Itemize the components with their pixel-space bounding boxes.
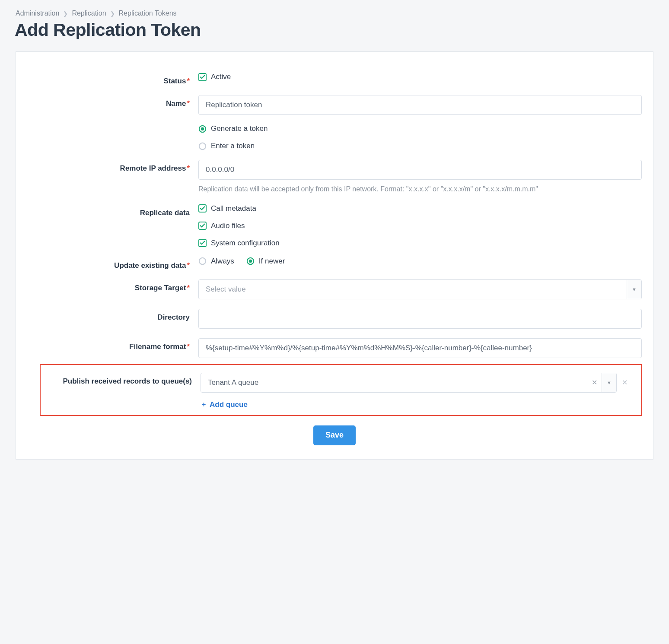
replicate-item-label: Audio files: [211, 222, 245, 230]
directory-label: Directory: [27, 309, 198, 322]
update-always-radio[interactable]: Always: [198, 257, 234, 266]
queue-select[interactable]: Tenant A queue ✕ ▼: [201, 373, 617, 393]
filename-format-label: Filename format*: [27, 338, 198, 351]
update-ifnewer-label: If newer: [259, 257, 285, 266]
chevron-down-icon[interactable]: ▼: [627, 280, 641, 299]
generate-token-label: Generate a token: [211, 124, 268, 133]
filename-format-input[interactable]: [198, 338, 642, 358]
publish-queues-highlight: Publish received records to queue(s) Ten…: [40, 364, 642, 416]
add-queue-label: Add queue: [210, 400, 248, 409]
replicate-audio-files-checkbox[interactable]: Audio files: [198, 222, 642, 230]
add-queue-button[interactable]: ＋ Add queue: [201, 400, 248, 409]
breadcrumb-item-administration[interactable]: Administration: [16, 10, 59, 17]
publish-queues-label: Publish received records to queue(s): [41, 373, 201, 386]
replicate-data-label: Replicate data: [27, 204, 198, 217]
remove-queue-icon[interactable]: ✕: [622, 378, 630, 387]
update-existing-label: Update existing data*: [27, 257, 198, 270]
replicate-call-metadata-checkbox[interactable]: Call metadata: [198, 204, 642, 213]
page-title: Add Replication Token: [15, 20, 653, 40]
clear-icon[interactable]: ✕: [587, 378, 602, 387]
breadcrumb-item-replication-tokens[interactable]: Replication Tokens: [119, 10, 177, 17]
replicate-system-config-checkbox[interactable]: System configuration: [198, 239, 642, 247]
storage-target-select[interactable]: Select value ▼: [198, 279, 642, 299]
svg-point-2: [201, 127, 204, 130]
replicate-item-label: System configuration: [211, 239, 280, 247]
name-input[interactable]: [198, 95, 642, 115]
storage-target-placeholder: Select value: [199, 285, 627, 294]
queue-select-value: Tenant A queue: [201, 378, 587, 387]
name-label: Name*: [27, 95, 198, 108]
svg-point-3: [199, 143, 206, 149]
status-active-label: Active: [211, 73, 231, 81]
replicate-item-label: Call metadata: [211, 204, 256, 213]
radio-selected-icon: [246, 257, 255, 265]
status-active-checkbox[interactable]: Active: [198, 73, 231, 81]
storage-target-label: Storage Target*: [27, 279, 198, 292]
check-icon: [198, 73, 207, 81]
check-icon: [198, 239, 207, 247]
chevron-right-icon: ❯: [63, 10, 68, 17]
update-always-label: Always: [211, 257, 234, 266]
remote-ip-label: Remote IP address*: [27, 160, 198, 173]
check-icon: [198, 204, 207, 213]
update-ifnewer-radio[interactable]: If newer: [246, 257, 285, 266]
chevron-down-icon[interactable]: ▼: [602, 373, 616, 392]
chevron-right-icon: ❯: [110, 10, 115, 17]
breadcrumb: Administration ❯ Replication ❯ Replicati…: [16, 10, 653, 17]
radio-unselected-icon: [198, 142, 207, 150]
save-button[interactable]: Save: [313, 425, 356, 445]
status-label: Status*: [27, 73, 198, 86]
directory-input[interactable]: [198, 309, 642, 329]
radio-unselected-icon: [198, 257, 207, 265]
remote-ip-hint: Replication data will be accepted only f…: [198, 184, 642, 195]
queue-row: Tenant A queue ✕ ▼ ✕: [201, 373, 630, 393]
check-icon: [198, 222, 207, 230]
svg-point-7: [199, 258, 206, 264]
enter-token-radio[interactable]: Enter a token: [198, 142, 642, 150]
enter-token-label: Enter a token: [211, 142, 255, 150]
breadcrumb-item-replication[interactable]: Replication: [72, 10, 106, 17]
form-panel: Status* Active Name* Genera: [16, 51, 653, 460]
radio-selected-icon: [198, 125, 207, 133]
generate-token-radio[interactable]: Generate a token: [198, 124, 642, 133]
plus-icon: ＋: [201, 400, 207, 409]
remote-ip-input[interactable]: [198, 160, 642, 180]
svg-point-9: [249, 260, 252, 263]
